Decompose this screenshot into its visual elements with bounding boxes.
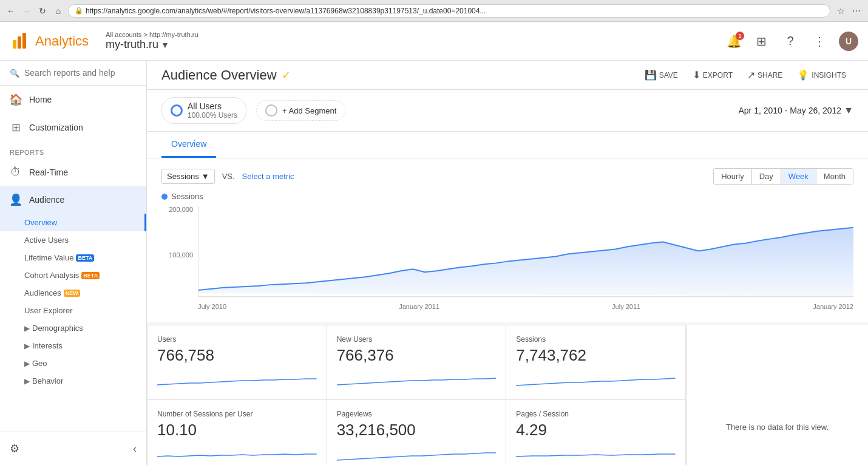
stat-sessions: Sessions 7,743,762 — [506, 325, 686, 400]
add-segment-button[interactable]: + Add Segment — [256, 100, 345, 121]
behavior-expand-arrow: ▶ — [24, 377, 30, 385]
reports-section-label: REPORTS — [0, 141, 146, 158]
sidebar-child-lifetime-value[interactable]: Lifetime Value BETA — [0, 249, 146, 266]
geo-expand-arrow: ▶ — [24, 359, 30, 368]
stat-label: Users — [157, 335, 317, 344]
export-icon: ⬇ — [693, 69, 700, 81]
stat-value: 33,216,500 — [337, 421, 497, 440]
sidebar-item-audience[interactable]: 👤 Audience — [0, 186, 146, 214]
app-title: Analytics — [35, 33, 89, 49]
insights-button[interactable]: 💡 INSIGHTS — [790, 66, 853, 84]
stat-new-users: New Users 766,376 — [327, 325, 507, 400]
home-icon: 🏠 — [10, 93, 22, 106]
chart-x-axis: July 2010 January 2011 July 2011 January… — [198, 298, 853, 315]
stat-label: Sessions — [516, 335, 676, 344]
apps-grid-button[interactable]: ⊞ — [751, 32, 771, 51]
sparkline-new-users — [337, 370, 497, 388]
svg-rect-0 — [13, 40, 16, 49]
x-label-0: July 2010 — [198, 303, 226, 310]
help-button[interactable]: ? — [781, 32, 800, 51]
sidebar-child-overview[interactable]: Overview — [0, 214, 146, 231]
address-bar[interactable]: 🔒 https://analytics.google.com/analytics… — [68, 4, 830, 18]
insights-icon: 💡 — [797, 69, 809, 81]
stat-value: 4.29 — [516, 421, 676, 440]
sidebar-child-active-users[interactable]: Active Users — [0, 231, 146, 249]
stat-users: Users 766,758 — [147, 325, 327, 400]
select-metric-link[interactable]: Select a metric — [242, 172, 294, 181]
dropdown-arrow-icon: ▼ — [202, 172, 209, 181]
stats-grid: Users 766,758 New Users 766,376 — [147, 325, 686, 465]
notifications-button[interactable]: 🔔 1 — [727, 34, 742, 49]
no-data-message: There is no data for this view. — [714, 410, 841, 444]
time-btn-day[interactable]: Day — [752, 169, 781, 184]
share-button[interactable]: ↗ SHARE — [740, 66, 790, 84]
time-btn-week[interactable]: Week — [781, 169, 816, 184]
reload-button[interactable]: ↻ — [36, 5, 49, 17]
home-button[interactable]: ⌂ — [52, 5, 64, 17]
y-label-100k: 100,000 — [161, 251, 198, 259]
stats-area: Users 766,758 New Users 766,376 — [147, 325, 686, 465]
sidebar-child-demographics[interactable]: ▶ Demographics — [0, 319, 146, 337]
realtime-icon: ⏱ — [10, 166, 22, 178]
sparkline-users — [157, 370, 317, 388]
date-range-picker[interactable]: Apr 1, 2010 - May 26, 2012 ▼ — [738, 105, 853, 116]
sidebar-child-cohort-analysis[interactable]: Cohort Analysis BETA — [0, 266, 146, 284]
chart-section: Sessions ▼ VS. Select a metric Hourly Da… — [147, 158, 868, 322]
report-header-actions: 💾 SAVE ⬇ EXPORT ↗ SHARE 💡 INSIGHTS — [637, 66, 853, 84]
verified-icon: ✓ — [282, 69, 291, 82]
time-btn-hourly[interactable]: Hourly — [714, 169, 752, 184]
back-button[interactable]: ← — [5, 5, 17, 17]
stat-value: 766,376 — [337, 346, 497, 365]
browser-actions: ☆ ⋯ — [834, 4, 863, 18]
export-button[interactable]: ⬇ EXPORT — [685, 66, 740, 84]
save-button[interactable]: 💾 SAVE — [637, 66, 685, 84]
user-avatar[interactable]: U — [839, 32, 858, 51]
no-data-section: There is no data for this view. — [686, 325, 868, 465]
report-title: Audience Overview ✓ — [161, 67, 291, 83]
browser-chrome: ← → ↻ ⌂ 🔒 https://analytics.google.com/a… — [0, 0, 868, 22]
sidebar-search-area[interactable]: 🔍 — [0, 61, 146, 86]
sparkline-sessions-per-user — [157, 444, 317, 463]
metric-dropdown[interactable]: Sessions ▼ — [161, 169, 215, 184]
search-input[interactable] — [24, 68, 137, 78]
sidebar-item-home[interactable]: 🏠 Home — [0, 86, 146, 114]
settings-button[interactable]: ⚙ — [5, 437, 24, 460]
notification-badge: 1 — [736, 32, 744, 40]
audiences-new-badge: NEW — [64, 290, 80, 297]
sidebar-item-customization[interactable]: ⊞ Customization — [0, 114, 146, 141]
account-name-dropdown[interactable]: my-truth.ru ▼ — [106, 38, 198, 51]
sidebar-child-audiences[interactable]: Audiences NEW — [0, 284, 146, 302]
app-container: 🔍 🏠 Home ⊞ Customization REPORTS ⏱ Real-… — [0, 61, 868, 465]
more-options-button[interactable]: ⋮ — [810, 32, 829, 51]
demographics-expand-arrow: ▶ — [24, 324, 30, 333]
search-icon: 🔍 — [10, 69, 19, 78]
tab-overview[interactable]: Overview — [161, 132, 216, 158]
chart-area — [198, 206, 853, 297]
segment-pill-all-users[interactable]: All Users 100.00% Users — [161, 97, 246, 124]
date-range-arrow: ▼ — [844, 105, 853, 116]
account-dropdown-arrow: ▼ — [161, 40, 169, 50]
sidebar-child-user-explorer[interactable]: User Explorer — [0, 302, 146, 319]
forward-button[interactable]: → — [21, 5, 33, 17]
sidebar-child-interests[interactable]: ▶ Interests — [0, 337, 146, 355]
sidebar-item-realtime[interactable]: ⏱ Real-Time — [0, 158, 146, 186]
sidebar-child-behavior[interactable]: ▶ Behavior — [0, 372, 146, 390]
stat-label: Number of Sessions per User — [157, 410, 317, 418]
x-label-3: January 2012 — [813, 303, 853, 310]
lifetime-value-beta-badge: BETA — [76, 254, 94, 262]
header-actions: 🔔 1 ⊞ ? ⋮ U — [727, 32, 858, 51]
sparkline-sessions — [516, 370, 676, 388]
extensions-icon[interactable]: ⋯ — [850, 4, 863, 18]
svg-rect-1 — [18, 36, 21, 49]
time-btn-month[interactable]: Month — [816, 169, 853, 184]
report-header: Audience Overview ✓ 💾 SAVE ⬇ EXPORT ↗ SH… — [147, 61, 868, 90]
sidebar-item-label: Real-Time — [29, 168, 68, 177]
segment-name: All Users — [188, 101, 237, 111]
sidebar-child-geo[interactable]: ▶ Geo — [0, 355, 146, 372]
collapse-sidebar-button[interactable]: ‹ — [128, 438, 141, 460]
star-icon[interactable]: ☆ — [834, 4, 847, 18]
lock-icon: 🔒 — [75, 7, 83, 15]
svg-rect-2 — [22, 33, 26, 49]
time-period-buttons: Hourly Day Week Month — [713, 168, 853, 185]
sidebar-item-label: Home — [29, 95, 52, 104]
